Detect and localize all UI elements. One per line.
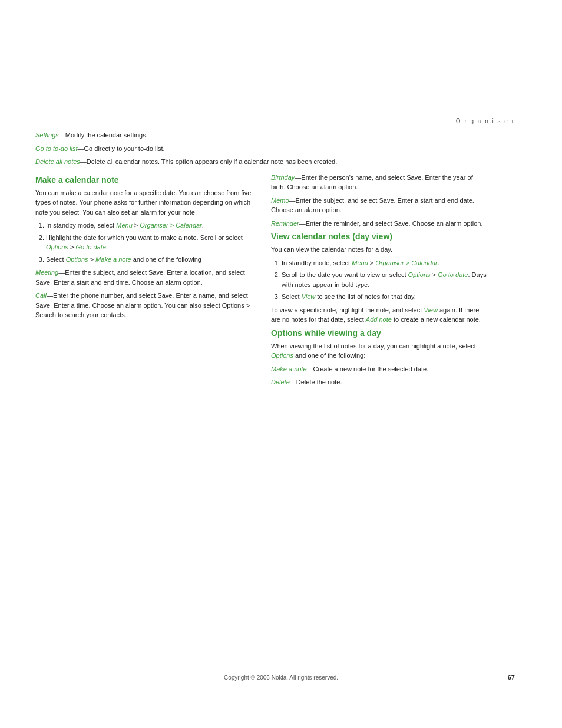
page-footer: Copyright © 2006 Nokia. All rights reser…: [0, 674, 562, 681]
step-2: Highlight the date for which you want to…: [46, 233, 253, 252]
settings-item: Settings—Modify the calendar settings.: [35, 130, 527, 140]
call-label: Call: [35, 292, 47, 299]
options-day-intro: When viewing the list of notes for a day…: [271, 341, 489, 361]
call-block: Call—Enter the phone number, and select …: [35, 291, 253, 320]
make-calendar-note-heading: Make a calendar note: [35, 175, 253, 185]
view-specific-note: To view a specific note, highlight the n…: [271, 305, 489, 325]
settings-desc: —Modify the calendar settings.: [59, 131, 148, 139]
view-calendar-notes-heading: View calendar notes (day view): [271, 232, 489, 241]
go-to-todo-label: Go to to-do list: [35, 145, 78, 152]
memo-block: Memo—Enter the subject, and select Save.…: [271, 196, 489, 215]
make-note-steps: In standby mode, select Menu > Organiser…: [46, 220, 253, 264]
meeting-block: Meeting—Enter the subject, and select Sa…: [35, 268, 253, 287]
delete-all-label: Delete all notes: [35, 158, 80, 165]
meeting-desc: —Enter the subject, and select Save. Ent…: [35, 269, 245, 286]
delete-day-desc: —Delete the note.: [290, 378, 342, 386]
page-header: O r g a n i s e r: [0, 0, 562, 130]
memo-desc: —Enter the subject, and select Save. Ent…: [271, 197, 474, 214]
reminder-label: Reminder: [271, 220, 299, 227]
page: O r g a n i s e r Settings—Modify the ca…: [0, 0, 562, 728]
chapter-title: O r g a n i s e r: [456, 118, 515, 124]
go-to-todo-item: Go to to-do list—Go directly to your to-…: [35, 144, 527, 154]
make-note-intro: You can make a calendar note for a speci…: [35, 188, 253, 218]
birthday-block: Birthday—Enter the person's name, and se…: [271, 173, 489, 192]
birthday-label: Birthday: [271, 174, 295, 181]
right-column: Birthday—Enter the person's name, and se…: [271, 173, 489, 391]
birthday-desc: —Enter the person's name, and select Sav…: [271, 174, 473, 191]
reminder-block: Reminder—Enter the reminder, and select …: [271, 219, 489, 229]
step-1: In standby mode, select Menu > Organiser…: [46, 220, 253, 230]
view-step-3: Select View to see the list of notes for…: [282, 292, 489, 302]
options-viewing-day-heading: Options while viewing a day: [271, 328, 489, 338]
content-area: Make a calendar note You can make a cale…: [0, 173, 562, 391]
step-3: Select Options > Make a note and one of …: [46, 255, 253, 265]
call-desc: —Enter the phone number, and select Save…: [35, 292, 250, 318]
view-step-1: In standby mode, select Menu > Organiser…: [282, 258, 489, 268]
delete-all-item: Delete all notes—Delete all calendar not…: [35, 157, 527, 167]
delete-all-desc: —Delete all calendar notes. This option …: [80, 158, 337, 165]
delete-day-block: Delete—Delete the note.: [271, 377, 489, 387]
make-a-note-day-desc: —Create a new note for the selected date…: [307, 365, 429, 373]
copyright-text: Copyright © 2006 Nokia. All rights reser…: [224, 674, 338, 681]
delete-day-label: Delete: [271, 378, 290, 386]
view-notes-intro: You can view the calendar notes for a da…: [271, 245, 489, 255]
memo-label: Memo: [271, 197, 289, 204]
page-number: 67: [508, 674, 515, 681]
make-a-note-day-label: Make a note: [271, 365, 307, 373]
settings-label: Settings: [35, 131, 59, 139]
meeting-label: Meeting: [35, 269, 58, 276]
view-notes-steps: In standby mode, select Menu > Organiser…: [282, 258, 489, 302]
make-a-note-day-block: Make a note—Create a new note for the se…: [271, 364, 489, 374]
left-column: Make a calendar note You can make a cale…: [35, 173, 253, 391]
view-step-2: Scroll to the date you want to view or s…: [282, 270, 489, 289]
top-left-section: Settings—Modify the calendar settings. G…: [0, 130, 562, 167]
reminder-desc: —Enter the reminder, and select Save. Ch…: [299, 220, 483, 227]
go-to-todo-desc: —Go directly to your to-do list.: [78, 145, 165, 152]
